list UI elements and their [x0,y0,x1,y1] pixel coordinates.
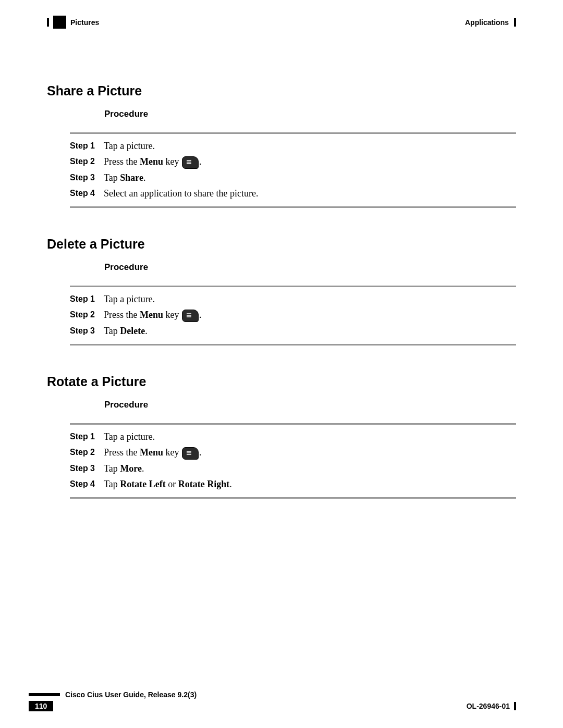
header-left-label: Pictures [70,18,99,27]
page-header: Pictures Applications [47,16,516,29]
section-title-delete: Delete a Picture [47,237,516,252]
step-row: Step 4 Tap Rotate Left or Rotate Right. [70,477,516,491]
step-label: Step 1 [70,292,104,306]
step-row: Step 1 Tap a picture. [70,139,516,153]
header-right: Applications [465,18,516,27]
section-title-rotate: Rotate a Picture [47,374,516,389]
divider [70,286,516,287]
header-marker-box [53,16,66,29]
footer-bottom-right: OL-26946-01 [467,702,516,710]
step-row: Step 3 Tap More. [70,462,516,475]
menu-key-icon [182,156,199,169]
step-text: Press the Menu key . [104,446,202,460]
divider [70,423,516,425]
header-right-label: Applications [465,18,509,27]
step-text: Tap Rotate Left or Rotate Right. [104,477,232,491]
footer-guide-title: Cisco Cius User Guide, Release 9.2(3) [65,690,197,699]
step-text: Tap Delete. [104,324,148,338]
steps-list-delete: Step 1 Tap a picture. Step 2 Press the M… [70,292,516,338]
step-label: Step 1 [70,139,104,153]
divider [70,132,516,134]
step-row: Step 2 Press the Menu key . [70,155,516,169]
step-label: Step 3 [70,324,104,338]
footer-bottom: 110 OL-26946-01 [29,701,516,711]
step-label: Step 4 [70,477,104,491]
header-left-bar [47,18,49,27]
header-right-bar [514,18,516,27]
footer-top: Cisco Cius User Guide, Release 9.2(3) [29,690,516,699]
step-text: Tap a picture. [104,292,155,306]
header-left: Pictures [47,16,99,29]
divider [70,206,516,208]
footer-doc-id: OL-26946-01 [467,702,510,710]
step-text: Press the Menu key . [104,155,202,169]
step-text: Tap a picture. [104,139,155,153]
footer-bottom-left: 110 [29,701,57,711]
step-label: Step 2 [70,446,104,459]
step-text: Tap a picture. [104,430,155,443]
step-label: Step 2 [70,155,104,168]
footer-right-bar [514,702,516,710]
section-title-share: Share a Picture [47,83,516,98]
procedure-heading: Procedure [104,109,516,119]
step-label: Step 3 [70,462,104,475]
menu-key-icon [182,447,199,460]
step-row: Step 2 Press the Menu key . [70,308,516,322]
page: Pictures Applications Share a Picture Pr… [0,0,563,728]
step-label: Step 3 [70,171,104,184]
page-number: 110 [29,701,53,711]
procedure-heading: Procedure [104,400,516,410]
step-row: Step 2 Press the Menu key . [70,446,516,460]
step-text: Tap Share. [104,171,145,184]
step-text: Tap More. [104,462,144,475]
step-row: Step 3 Tap Share. [70,171,516,184]
divider [70,497,516,499]
procedure-heading: Procedure [104,262,516,273]
steps-list-rotate: Step 1 Tap a picture. Step 2 Press the M… [70,430,516,491]
step-row: Step 1 Tap a picture. [70,430,516,443]
steps-list-share: Step 1 Tap a picture. Step 2 Press the M… [70,139,516,200]
step-label: Step 2 [70,308,104,322]
step-row: Step 1 Tap a picture. [70,292,516,306]
divider [70,344,516,346]
step-text: Select an application to share the pictu… [104,187,258,200]
step-row: Step 4 Select an application to share th… [70,187,516,200]
step-row: Step 3 Tap Delete. [70,324,516,338]
step-label: Step 1 [70,430,104,443]
footer-top-bar [29,693,60,696]
step-label: Step 4 [70,187,104,200]
step-text: Press the Menu key . [104,308,202,322]
menu-key-icon [182,310,199,322]
page-footer: Cisco Cius User Guide, Release 9.2(3) 11… [29,690,516,711]
